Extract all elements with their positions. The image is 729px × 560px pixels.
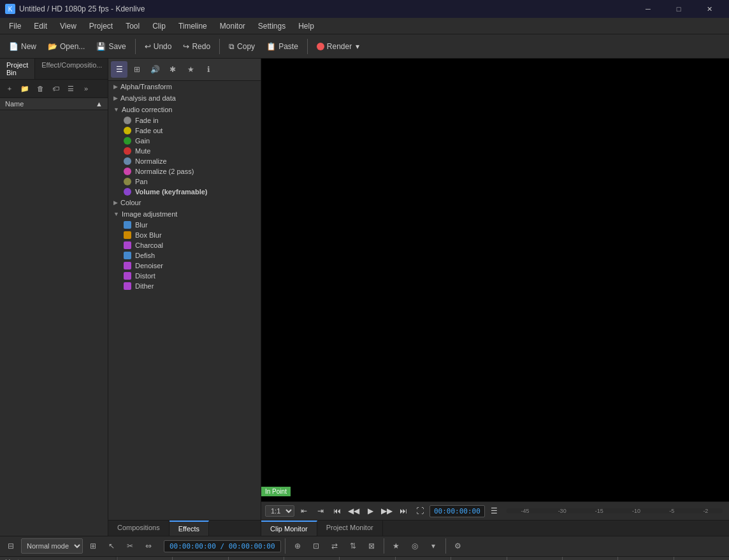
effect-name: Normalize <box>135 157 167 165</box>
effect-item-charcoal[interactable]: Charcoal <box>108 240 261 250</box>
effect-category-image-adjustment[interactable]: ▼Image adjustment <box>108 208 261 220</box>
ruler-mark-2: 00:00:11:01 <box>228 557 284 561</box>
menu-monitor[interactable]: Monitor <box>213 20 252 32</box>
tl-dropdown-button[interactable]: ▾ <box>425 538 442 554</box>
category-label: Colour <box>120 199 141 206</box>
effect-item-volume-(keyframable)[interactable]: Volume (keyframable) <box>108 187 261 197</box>
tab-project-bin[interactable]: Project Bin <box>0 59 35 79</box>
ruler-mark-8: 00:00:44:04 <box>562 557 617 561</box>
zoom-select[interactable]: 1:1 1:2 Fit <box>265 505 294 517</box>
open-button[interactable]: 📂 Open... <box>43 39 90 54</box>
tl-keyframe-button[interactable]: ★ <box>388 538 405 554</box>
menu-clip[interactable]: Clip <box>146 20 172 32</box>
undo-button[interactable]: ↩ Undo <box>140 39 177 54</box>
tl-cut-button[interactable]: ✂ <box>122 538 138 554</box>
tl-group-button[interactable]: ⇄ <box>326 538 343 554</box>
redo-button[interactable]: ↪ Redo <box>178 39 215 54</box>
effect-item-mute[interactable]: Mute <box>108 146 261 156</box>
menu-timeline[interactable]: Timeline <box>172 20 213 32</box>
paste-icon: 📋 <box>266 42 276 51</box>
add-clip-button[interactable]: + <box>3 82 17 96</box>
effect-item-normalize-(2-pass)[interactable]: Normalize (2 pass) <box>108 166 261 176</box>
set-out-button[interactable]: ⇥ <box>314 504 328 518</box>
next-frame-button[interactable]: ⏭ <box>396 504 410 518</box>
menu-file[interactable]: File <box>3 20 27 32</box>
tab-project-monitor[interactable]: Project Monitor <box>317 521 383 536</box>
effect-item-fade-out[interactable]: Fade out <box>108 126 261 136</box>
menu-edit[interactable]: Edit <box>27 20 54 32</box>
project-bin-panel: Project Bin Effect/Compositio... ✕ + 📁 🗑… <box>0 59 108 536</box>
menu-help[interactable]: Help <box>292 20 321 32</box>
delete-button[interactable]: 🗑 <box>33 82 47 96</box>
sort-icon[interactable]: ▲ <box>96 100 103 108</box>
play-button[interactable]: ▶ <box>363 504 377 518</box>
list-view-button[interactable]: ☰ <box>111 61 127 78</box>
effect-category-analysis-and-data[interactable]: ▶Analysis and data <box>108 92 261 104</box>
folder-button[interactable]: 📁 <box>18 82 32 96</box>
effect-item-dither[interactable]: Dither <box>108 281 261 291</box>
menu-view[interactable]: View <box>54 20 83 32</box>
tl-snap-button[interactable]: ⊕ <box>289 538 306 554</box>
effect-dot-icon <box>124 188 131 196</box>
redo-icon: ↪ <box>183 42 189 51</box>
prev-frame-button[interactable]: ⏮ <box>330 504 344 518</box>
maximize-button[interactable]: □ <box>664 0 693 18</box>
copy-label: Copy <box>237 42 255 51</box>
tl-mode-select[interactable]: Normal mode <box>21 538 83 554</box>
effect-item-denoiser[interactable]: Denoiser <box>108 261 261 271</box>
effect-item-distort[interactable]: Distort <box>108 271 261 281</box>
effect-item-gain[interactable]: Gain <box>108 136 261 146</box>
new-button[interactable]: 📄 New <box>4 39 41 54</box>
audio-filter-button[interactable]: 🔊 <box>147 61 163 78</box>
open-icon: 📂 <box>48 42 57 51</box>
info-button[interactable]: ℹ <box>200 61 217 78</box>
tl-multicam-button[interactable]: ⊞ <box>85 538 101 554</box>
menu-project[interactable]: Project <box>83 20 119 32</box>
timescale-bar: -45 -30 -15 -10 -5 -2 <box>507 508 723 513</box>
minimize-button[interactable]: ─ <box>633 0 663 18</box>
tl-effects-toggle-button[interactable]: ◎ <box>407 538 423 554</box>
preview-menu-button[interactable]: ☰ <box>487 504 502 518</box>
effect-item-box-blur[interactable]: Box Blur <box>108 230 261 240</box>
tl-slip-button[interactable]: ⇔ <box>140 538 157 554</box>
tl-split-button[interactable]: ⊟ <box>3 538 19 554</box>
toolbar-separator-3 <box>307 39 308 54</box>
menu-settings[interactable]: Settings <box>252 20 292 32</box>
more-button[interactable]: » <box>79 82 93 96</box>
effect-item-pan[interactable]: Pan <box>108 176 261 187</box>
effect-item-normalize[interactable]: Normalize <box>108 156 261 166</box>
set-in-button[interactable]: ⇤ <box>297 504 311 518</box>
tl-ripple-button[interactable]: ⊡ <box>308 538 324 554</box>
tl-select-button[interactable]: ↖ <box>103 538 120 554</box>
save-button[interactable]: 💾 Save <box>91 39 131 54</box>
favorites-filter-button[interactable]: ✱ <box>164 61 181 78</box>
tl-split-audio-button[interactable]: ⊠ <box>363 538 380 554</box>
tab-compositions[interactable]: Compositions <box>108 521 170 536</box>
category-label: Alpha/Transform <box>120 83 172 90</box>
effect-dot-icon <box>124 262 131 269</box>
effect-item-defish[interactable]: Defish <box>108 250 261 261</box>
tl-link-button[interactable]: ⇅ <box>345 538 361 554</box>
rewind-button[interactable]: ◀◀ <box>347 504 361 518</box>
tab-effect-composition[interactable]: Effect/Compositio... <box>35 59 109 79</box>
menu-tool[interactable]: Tool <box>119 20 146 32</box>
effect-category-alpha/transform[interactable]: ▶Alpha/Transform <box>108 81 261 92</box>
render-button[interactable]: Render ▾ <box>312 39 364 54</box>
star-filter-button[interactable]: ★ <box>182 61 199 78</box>
menu-button[interactable]: ☰ <box>64 82 78 96</box>
copy-button[interactable]: ⧉ Copy <box>224 39 260 54</box>
close-button[interactable]: ✕ <box>695 0 724 18</box>
effect-category-colour[interactable]: ▶Colour <box>108 197 261 208</box>
paste-button[interactable]: 📋 Paste <box>261 39 303 54</box>
effect-item-fade-in[interactable]: Fade in <box>108 115 261 126</box>
fullscreen-button[interactable]: ⛶ <box>413 504 427 518</box>
tab-clip-monitor[interactable]: Clip Monitor <box>261 521 317 536</box>
render-dropdown-icon[interactable]: ▾ <box>356 42 359 51</box>
tl-settings-button[interactable]: ⚙ <box>450 538 466 554</box>
effect-category-audio-correction[interactable]: ▼Audio correction <box>108 104 261 115</box>
forward-button[interactable]: ▶▶ <box>380 504 394 518</box>
grid-view-button[interactable]: ⊞ <box>129 61 145 78</box>
tag-button[interactable]: 🏷 <box>48 82 62 96</box>
tab-effects[interactable]: Effects <box>170 521 209 536</box>
effect-item-blur[interactable]: Blur <box>108 220 261 230</box>
